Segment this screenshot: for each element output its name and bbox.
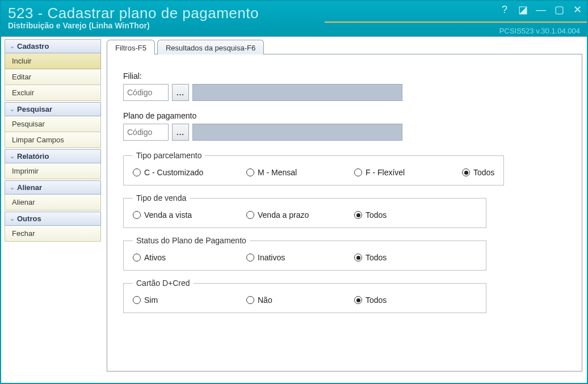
- sidebar-item-limpar-campos[interactable]: Limpar Campos: [5, 132, 101, 148]
- sidebar-header-label: Alienar: [17, 183, 42, 192]
- group-legend: Tipo parcelamento: [133, 151, 205, 160]
- radio-parc-mensal[interactable]: M - Mensal: [246, 168, 354, 177]
- radio-label: Todos: [366, 253, 387, 262]
- radio-label: Venda a prazo: [258, 210, 309, 220]
- radio-parc-flexivel[interactable]: F - Flexível: [354, 168, 462, 177]
- radio-icon: [246, 296, 254, 304]
- window-body: ⌄ Cadastro Incluir Editar Excluir ⌄ Pesq…: [1, 36, 587, 383]
- radio-label: Todos: [366, 210, 387, 220]
- sidebar-header-alienar[interactable]: ⌄ Alienar: [5, 180, 101, 195]
- sidebar-group-pesquisar: ⌄ Pesquisar Pesquisar Limpar Campos: [5, 102, 101, 148]
- group-tipo-parcelamento: Tipo parcelamento C - Customizado M - Me…: [123, 151, 504, 185]
- sidebar-header-relatorio[interactable]: ⌄ Relatório: [5, 149, 101, 163]
- sidebar-item-alienar[interactable]: Alienar: [5, 195, 101, 210]
- radio-status-inativos[interactable]: Inativos: [246, 253, 354, 262]
- plano-browse-button[interactable]: ...: [172, 124, 189, 141]
- sidebar-item-excluir[interactable]: Excluir: [5, 85, 101, 101]
- sidebar-header-label: Cadastro: [17, 42, 49, 50]
- radio-status-todos[interactable]: Todos: [354, 253, 462, 262]
- plano-description: [192, 124, 402, 141]
- sidebar-item-pesquisar[interactable]: Pesquisar: [5, 116, 101, 132]
- sidebar-header-label: Outros: [17, 214, 41, 223]
- main: Filtros-F5 Resultados da pesquisa-F6 Fil…: [104, 37, 587, 383]
- chevron-down-icon: ⌄: [10, 106, 15, 112]
- radio-parc-custom[interactable]: C - Customizado: [133, 168, 246, 177]
- sidebar-group-alienar: ⌄ Alienar Alienar: [5, 180, 101, 210]
- radio-venda-prazo[interactable]: Venda a prazo: [246, 210, 354, 220]
- sidebar-header-outros[interactable]: ⌄ Outros: [5, 212, 101, 226]
- group-cartao: Cartão D+Cred Sim Não Todos: [123, 278, 486, 313]
- sidebar-item-label: Incluir: [12, 57, 32, 65]
- sidebar-group-cadastro: ⌄ Cadastro Incluir Editar Excluir: [5, 39, 101, 101]
- maximize-icon[interactable]: ▢: [554, 3, 564, 16]
- radio-icon: [133, 168, 141, 176]
- group-tipo-venda: Tipo de venda Venda a vista Venda a praz…: [123, 193, 486, 228]
- radio-label: F - Flexível: [366, 168, 405, 177]
- edit-icon[interactable]: ◪: [518, 3, 528, 16]
- version-label: PCSIS523 v.30.1.04.004: [499, 27, 580, 35]
- radio-icon: [246, 168, 254, 176]
- ellipsis-icon: ...: [177, 88, 184, 97]
- sidebar-item-fechar[interactable]: Fechar: [5, 226, 101, 242]
- radio-icon: [246, 211, 254, 219]
- radio-label: Ativos: [144, 253, 166, 262]
- sidebar-item-label: Imprimir: [12, 167, 39, 175]
- radio-label: Inativos: [258, 253, 285, 262]
- window-controls: ? ◪ — ▢ ✕: [499, 3, 582, 16]
- tab-label: Resultados da pesquisa-F6: [166, 44, 255, 52]
- sidebar-item-label: Editar: [12, 73, 31, 81]
- window-title: 523 - Cadastrar plano de pagamento: [8, 5, 580, 22]
- tab-filtros[interactable]: Filtros-F5: [107, 40, 155, 54]
- group-legend: Cartão D+Cred: [133, 278, 194, 288]
- radio-icon: [354, 168, 362, 176]
- tab-label: Filtros-F5: [115, 44, 146, 52]
- group-legend: Tipo de venda: [133, 193, 190, 202]
- radio-icon: [246, 254, 254, 261]
- chevron-down-icon: ⌄: [10, 216, 15, 222]
- radio-label: Todos: [473, 168, 494, 177]
- sidebar-header-label: Relatório: [17, 152, 49, 161]
- plano-lookup: ...: [123, 124, 566, 141]
- ellipsis-icon: ...: [177, 128, 184, 137]
- sidebar-item-label: Pesquisar: [12, 120, 45, 128]
- tabstrip: Filtros-F5 Resultados da pesquisa-F6: [107, 40, 582, 54]
- sidebar-item-label: Excluir: [12, 88, 34, 97]
- filial-browse-button[interactable]: ...: [172, 84, 189, 101]
- tabpanel-filtros: Filial: ... Plano de pagamento ... Tipo …: [107, 54, 582, 372]
- radio-label: Venda a vista: [144, 210, 192, 220]
- radio-icon: [133, 296, 141, 304]
- radio-cartao-todos[interactable]: Todos: [354, 296, 462, 305]
- radio-venda-todos[interactable]: Todos: [354, 210, 462, 220]
- sidebar-item-imprimir[interactable]: Imprimir: [5, 163, 101, 179]
- plano-label: Plano de pagamento: [123, 111, 566, 120]
- radio-icon: [133, 254, 141, 261]
- window: 523 - Cadastrar plano de pagamento Distr…: [0, 0, 588, 384]
- radio-parc-todos[interactable]: Todos: [462, 168, 494, 177]
- sidebar: ⌄ Cadastro Incluir Editar Excluir ⌄ Pesq…: [1, 37, 104, 383]
- radio-label: M - Mensal: [258, 168, 297, 177]
- radio-icon: [133, 211, 141, 219]
- sidebar-group-relatorio: ⌄ Relatório Imprimir: [5, 149, 101, 179]
- radio-cartao-sim[interactable]: Sim: [133, 296, 246, 305]
- radio-cartao-nao[interactable]: Não: [246, 296, 354, 305]
- radio-icon: [354, 254, 362, 261]
- sidebar-group-outros: ⌄ Outros Fechar: [5, 212, 101, 242]
- tab-resultados[interactable]: Resultados da pesquisa-F6: [157, 40, 264, 54]
- chevron-down-icon: ⌄: [10, 153, 15, 159]
- sidebar-header-cadastro[interactable]: ⌄ Cadastro: [5, 39, 101, 53]
- sidebar-header-label: Pesquisar: [17, 105, 52, 113]
- filial-code-input[interactable]: [123, 84, 169, 101]
- close-icon[interactable]: ✕: [572, 3, 582, 16]
- radio-label: Todos: [366, 296, 387, 305]
- plano-code-input[interactable]: [123, 124, 169, 141]
- radio-label: Sim: [144, 296, 158, 305]
- minimize-icon[interactable]: —: [536, 4, 546, 16]
- radio-venda-vista[interactable]: Venda a vista: [133, 210, 246, 220]
- sidebar-header-pesquisar[interactable]: ⌄ Pesquisar: [5, 102, 101, 116]
- sidebar-item-editar[interactable]: Editar: [5, 69, 101, 85]
- titlebar-accent: [325, 22, 587, 23]
- help-icon[interactable]: ?: [499, 4, 510, 16]
- sidebar-item-incluir[interactable]: Incluir: [5, 53, 101, 69]
- radio-label: Não: [258, 296, 272, 305]
- radio-status-ativos[interactable]: Ativos: [133, 253, 246, 262]
